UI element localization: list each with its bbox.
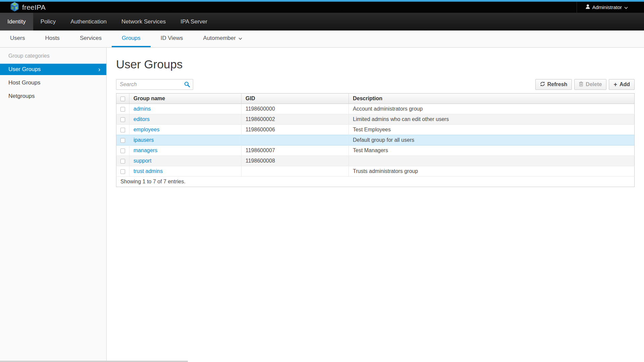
row-checkbox-cell	[116, 135, 129, 145]
description-cell: Test Employees	[349, 125, 635, 135]
chevron-right-icon: ›	[98, 66, 100, 72]
description-cell: Limited admins who can edit other users	[349, 114, 635, 125]
group-name-link[interactable]: trust admins	[133, 168, 163, 174]
select-all-checkbox[interactable]	[120, 97, 125, 101]
page-body: Group categories User Groups › Host Grou…	[0, 48, 644, 362]
add-button-label: Add	[620, 81, 630, 87]
refresh-button[interactable]: Refresh	[535, 79, 572, 90]
row-checkbox[interactable]	[120, 128, 125, 132]
group-name-link[interactable]: admins	[133, 106, 151, 112]
chevron-down-icon	[624, 4, 628, 10]
chevron-down-icon	[238, 35, 242, 42]
sidebar-heading: Group categories	[0, 53, 106, 64]
plus-icon: +	[613, 81, 617, 87]
gid-cell	[241, 166, 349, 177]
trash-icon	[579, 81, 583, 88]
sub-nav: Users Hosts Services Groups ID Views Aut…	[0, 31, 644, 48]
subnav-tab-groups[interactable]: Groups	[112, 31, 151, 47]
column-header-description[interactable]: Description	[349, 94, 635, 104]
toolbar: Refresh	[535, 79, 635, 90]
search-box	[116, 79, 193, 90]
mainnav-tab-policy[interactable]: Policy	[33, 13, 63, 31]
gid-cell	[241, 135, 349, 145]
sidebar-item-label: Host Groups	[8, 79, 40, 86]
top-bar: freeIPA Administrator	[0, 2, 644, 13]
row-checkbox-cell	[116, 114, 129, 125]
group-name-cell: support	[129, 156, 241, 166]
row-checkbox[interactable]	[120, 169, 125, 174]
group-name-cell: editors	[129, 114, 241, 125]
table-row[interactable]: editors 1198600002 Limited admins who ca…	[116, 114, 635, 125]
table-row[interactable]: trust admins Trusts administrators group	[116, 166, 635, 177]
description-cell: Default group for all users	[349, 135, 635, 145]
description-cell: Trusts administrators group	[349, 166, 635, 177]
row-checkbox[interactable]	[120, 148, 125, 153]
subnav-tab-automember-label: Automember	[203, 35, 236, 42]
subnav-tab-services[interactable]: Services	[70, 31, 112, 47]
group-name-cell: admins	[129, 104, 241, 114]
description-cell: Account administrators group	[349, 104, 635, 114]
table-row[interactable]: admins 1198600000 Account administrators…	[116, 104, 635, 114]
mainnav-tab-ipa-server[interactable]: IPA Server	[173, 13, 215, 31]
description-cell	[349, 156, 635, 166]
group-name-link[interactable]: ipausers	[133, 137, 154, 143]
subnav-tab-users[interactable]: Users	[0, 31, 35, 47]
row-checkbox-cell	[116, 145, 129, 156]
subnav-tab-automember[interactable]: Automember	[193, 31, 252, 47]
add-button[interactable]: + Add	[609, 79, 635, 90]
gid-cell: 1198600007	[241, 145, 349, 156]
cube-icon	[10, 2, 19, 13]
group-name-link[interactable]: employees	[133, 127, 159, 132]
search-input[interactable]	[116, 79, 193, 90]
user-name: Administrator	[592, 4, 622, 10]
subnav-tab-hosts[interactable]: Hosts	[35, 31, 69, 47]
user-menu[interactable]: Administrator	[577, 2, 644, 13]
row-checkbox[interactable]	[120, 117, 125, 122]
table-row[interactable]: employees 1198600006 Test Employees	[116, 125, 635, 135]
sidebar-item-label: Netgroups	[8, 93, 35, 100]
table-row[interactable]: ipausers Default group for all users	[116, 135, 635, 145]
table-row[interactable]: support 1198600008	[116, 156, 635, 166]
sidebar-item-user-groups[interactable]: User Groups ›	[0, 64, 106, 75]
brand: freeIPA	[0, 2, 46, 13]
freeipa-page: freeIPA Administrator Identity Policy Au…	[0, 0, 644, 362]
sidebar: Group categories User Groups › Host Grou…	[0, 48, 107, 362]
subnav-tab-id-views[interactable]: ID Views	[151, 31, 193, 47]
mainnav-tab-identity[interactable]: Identity	[0, 13, 33, 31]
table-header-row: Group name GID Description	[116, 94, 635, 104]
column-header-gid[interactable]: GID	[241, 94, 349, 104]
group-name-cell: managers	[129, 145, 241, 156]
mainnav-tab-authentication[interactable]: Authentication	[63, 13, 114, 31]
group-name-link[interactable]: managers	[133, 147, 157, 153]
row-checkbox-cell	[116, 125, 129, 135]
row-checkbox[interactable]	[120, 138, 125, 143]
bottom-edge-strip	[0, 361, 188, 362]
group-name-link[interactable]: editors	[133, 116, 150, 122]
row-checkbox-cell	[116, 104, 129, 114]
group-name-link[interactable]: support	[133, 158, 151, 164]
brand-text: freeIPA	[22, 3, 46, 11]
select-all-cell	[116, 94, 129, 104]
sidebar-item-host-groups[interactable]: Host Groups	[0, 77, 106, 88]
gid-cell: 1198600008	[241, 156, 349, 166]
page-title: User Groups	[116, 58, 635, 71]
delete-button-label: Delete	[586, 81, 602, 87]
group-name-cell: ipausers	[129, 135, 241, 145]
sidebar-item-netgroups[interactable]: Netgroups	[0, 90, 106, 102]
group-name-cell: employees	[129, 125, 241, 135]
row-checkbox-cell	[116, 156, 129, 166]
delete-button[interactable]: Delete	[574, 79, 606, 90]
column-header-group-name[interactable]: Group name	[129, 94, 241, 104]
table-body: admins 1198600000 Account administrators…	[116, 104, 635, 177]
table-summary-row: Showing 1 to 7 of 7 entries.	[116, 177, 635, 187]
sidebar-item-label: User Groups	[8, 66, 41, 73]
person-icon	[586, 4, 590, 10]
table-row[interactable]: managers 1198600007 Test Managers	[116, 145, 635, 156]
controls-row: Refresh	[116, 79, 635, 90]
magnifier-icon[interactable]	[184, 81, 190, 89]
main-nav: Identity Policy Authentication Network S…	[0, 13, 644, 31]
row-checkbox[interactable]	[120, 159, 125, 164]
row-checkbox[interactable]	[120, 107, 125, 112]
gid-cell: 1198600000	[241, 104, 349, 114]
mainnav-tab-network-services[interactable]: Network Services	[114, 13, 173, 31]
